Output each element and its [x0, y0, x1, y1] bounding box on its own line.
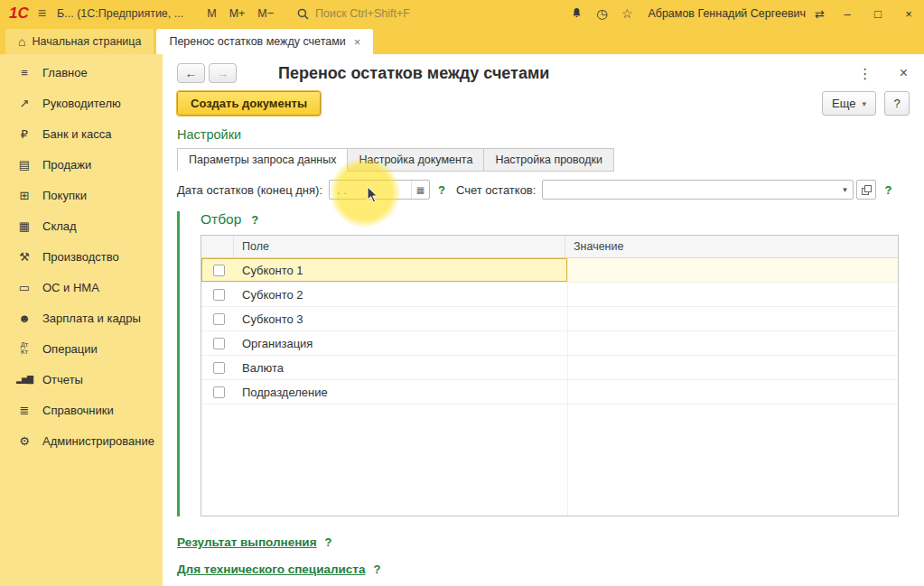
table-row-department[interactable]: Подразделение: [201, 380, 898, 405]
sidebar-item-administration[interactable]: ⚙ Администрирование: [0, 425, 163, 456]
memory-m-button[interactable]: M: [207, 7, 216, 20]
memory-mminus-button[interactable]: M−: [257, 7, 274, 20]
row-value-cell[interactable]: [567, 258, 898, 282]
tab-posting-settings[interactable]: Настройка проводки: [484, 148, 614, 172]
date-help-link[interactable]: ?: [438, 183, 445, 197]
sidebar-item-fixed-assets[interactable]: ▭ ОС и НМА: [0, 272, 163, 302]
home-icon: ⌂: [18, 34, 25, 49]
column-divider: [567, 258, 568, 516]
row-checkbox[interactable]: [213, 338, 225, 349]
row-field-label: Субконто 2: [235, 288, 566, 302]
balance-account-label: Счет остатков:: [456, 183, 536, 197]
header-value-column: Значение: [565, 236, 898, 257]
filter-group: Отбор ? Поле Значение Субконто 1: [177, 211, 924, 516]
favorites-star-icon[interactable]: ☆: [617, 6, 637, 21]
warehouse-icon: ▦: [16, 219, 33, 233]
back-button[interactable]: ←: [177, 63, 205, 83]
balance-account-input[interactable]: ▾: [542, 180, 854, 200]
sidebar-item-main[interactable]: ≡ Главное: [0, 57, 163, 88]
parameters-row: Дата остатков (конец дня): . . ▦ ? Счет …: [177, 180, 910, 200]
ruble-icon: ₽: [16, 127, 33, 141]
row-checkbox[interactable]: [213, 362, 225, 374]
tab-query-parameters[interactable]: Параметры запроса данных: [177, 148, 348, 172]
close-window-button[interactable]: ×: [902, 7, 915, 21]
more-menu-icon[interactable]: ⋮: [854, 65, 876, 82]
document-panel: ← → Перенос остатков между счетами ⋮ × С…: [163, 54, 924, 586]
sales-icon: ▤: [16, 158, 33, 172]
sidebar-item-sales[interactable]: ▤ Продажи: [0, 149, 163, 180]
tab-close-icon[interactable]: ×: [354, 35, 361, 49]
sidebar-item-manager[interactable]: ↗ Руководителю: [0, 88, 163, 118]
chevron-down-icon: ▾: [862, 99, 866, 108]
history-icon[interactable]: ◷: [592, 6, 611, 21]
list-icon: ≣: [16, 404, 33, 417]
dropdown-arrow-icon[interactable]: ▾: [836, 181, 853, 199]
sidebar-item-payroll-hr[interactable]: ☻ Зарплата и кадры: [0, 302, 163, 333]
account-help-link[interactable]: ?: [884, 183, 891, 197]
gear-icon: ⚙: [16, 434, 33, 448]
tab-transfer-balances[interactable]: Перенос остатков между счетами ×: [156, 29, 373, 54]
main-menu-icon[interactable]: ≡: [38, 5, 46, 22]
sections-sidebar: ≡ Главное ↗ Руководителю ₽ Банк и касса …: [0, 54, 163, 586]
forward-button[interactable]: →: [209, 63, 237, 83]
search-input[interactable]: [315, 7, 554, 20]
row-value-cell[interactable]: [567, 331, 898, 355]
row-checkbox[interactable]: [213, 386, 225, 398]
open-list-button[interactable]: [856, 180, 876, 200]
filter-table: Поле Значение Субконто 1 Субконто: [201, 235, 899, 516]
row-value-cell[interactable]: [567, 307, 898, 330]
maximize-button[interactable]: □: [872, 7, 884, 21]
menu-icon: ≡: [16, 66, 33, 79]
sidebar-item-production[interactable]: ⚒ Производство: [0, 241, 163, 272]
table-row-subkonto3[interactable]: Субконто 3: [201, 307, 898, 331]
create-documents-button[interactable]: Создать документы: [177, 91, 321, 116]
service-icon[interactable]: ⇄: [815, 7, 825, 21]
close-form-icon[interactable]: ×: [896, 65, 911, 81]
growth-chart-icon: ↗: [16, 97, 33, 110]
more-actions-button[interactable]: Еще ▾: [822, 91, 876, 116]
sidebar-item-bank-cash[interactable]: ₽ Банк и касса: [0, 118, 163, 149]
tab-document-settings[interactable]: Настройка документа: [348, 148, 484, 172]
table-row-subkonto1[interactable]: Субконто 1: [201, 258, 898, 283]
table-row-currency[interactable]: Валюта: [201, 356, 898, 380]
calendar-icon[interactable]: ▦: [411, 181, 429, 199]
row-value-cell[interactable]: [567, 283, 898, 306]
filter-help-link[interactable]: ?: [251, 213, 258, 227]
balance-date-input[interactable]: . . ▦: [329, 180, 430, 200]
execution-result-link[interactable]: Результат выполнения: [177, 535, 317, 549]
memory-buttons: M M+ M−: [207, 7, 274, 20]
memory-mplus-button[interactable]: M+: [229, 7, 246, 20]
technical-specialist-link[interactable]: Для технического специалиста: [177, 563, 365, 576]
settings-heading: Настройки: [177, 127, 924, 142]
table-row-subkonto2[interactable]: Субконто 2: [201, 283, 898, 307]
bar-chart-icon: ▂▅▇: [16, 375, 33, 384]
row-value-cell[interactable]: [567, 380, 898, 404]
row-field-label: Организация: [235, 337, 566, 350]
titlebar: 1С ≡ Б... (1С:Предприятие, ... M M+ M− ◷…: [0, 0, 924, 27]
table-row-organization[interactable]: Организация: [201, 331, 898, 356]
help-button[interactable]: ?: [884, 91, 910, 116]
header-checkbox-column: [201, 236, 234, 257]
row-checkbox[interactable]: [213, 265, 225, 276]
tab-home-page[interactable]: ⌂ Начальная страница: [5, 29, 154, 54]
sidebar-item-catalogs[interactable]: ≣ Справочники: [0, 395, 163, 425]
page-title: Перенос остатков между счетами: [278, 64, 549, 83]
sidebar-item-warehouse[interactable]: ▦ Склад: [0, 210, 163, 241]
tools-icon: ⚒: [16, 250, 33, 264]
row-checkbox[interactable]: [213, 313, 225, 325]
1c-logo: 1С: [9, 5, 29, 23]
technical-specialist-help-link[interactable]: ?: [373, 563, 380, 576]
row-checkbox[interactable]: [213, 289, 225, 301]
row-field-label: Валюта: [235, 361, 566, 375]
row-value-cell[interactable]: [567, 356, 898, 379]
tab-home-label: Начальная страница: [32, 35, 141, 48]
sidebar-item-operations[interactable]: Дт Кт Операции: [0, 333, 163, 364]
notifications-bell-icon[interactable]: [566, 6, 586, 22]
minimize-button[interactable]: –: [841, 7, 854, 21]
global-search: [297, 7, 554, 20]
sidebar-item-reports[interactable]: ▂▅▇ Отчеты: [0, 364, 163, 395]
sidebar-item-purchases[interactable]: ⊞ Покупки: [0, 180, 163, 210]
debit-credit-icon: Дт Кт: [16, 341, 33, 356]
user-menu[interactable]: Абрамов Геннадий Сергеевич: [648, 7, 806, 20]
execution-result-help-link[interactable]: ?: [325, 535, 332, 549]
